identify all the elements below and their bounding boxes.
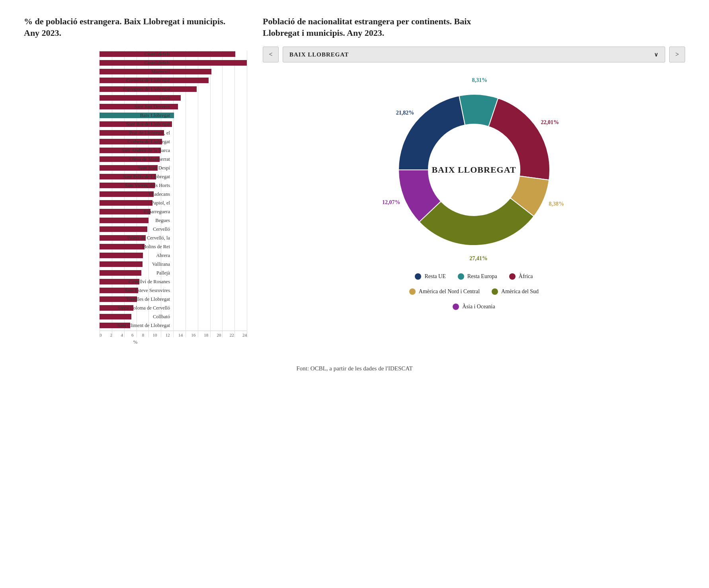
nav-dropdown-label: BAIX LLOBREGAT xyxy=(289,51,349,58)
left-chart-title: % de població estrangera. Baix Llobregat… xyxy=(24,16,231,39)
x-axis-tick: 12 xyxy=(166,333,170,337)
x-axis-tick: 2 xyxy=(110,333,113,337)
bar-row: Vallirana xyxy=(100,261,247,268)
bar-label: Palma de Cervelló, la xyxy=(100,235,173,241)
bar-row: Martorell xyxy=(100,68,247,75)
x-axis-tick: 10 xyxy=(153,333,157,337)
bar-row: Molins de Rei xyxy=(100,243,247,250)
legend-row-3: Àsia i Oceania xyxy=(263,304,685,310)
legend-dot xyxy=(458,273,464,280)
bar-label: Collbató xyxy=(100,314,173,320)
legend-row-1: Resta UEResta EuropaÀfrica xyxy=(263,273,685,280)
legend-label: Àfrica xyxy=(519,273,533,280)
bar-label: Cervelló xyxy=(100,226,173,232)
right-chart-title: Població de nacionalitat estrangera per … xyxy=(263,16,502,39)
bar-label: Sant Boi de Llobregat xyxy=(100,121,173,127)
footer: Font: OCBL, a partir de les dades de l'I… xyxy=(24,365,685,372)
bar-row: Castellví de Rosanes xyxy=(100,278,247,285)
pct-label-5: 12,07% xyxy=(382,199,400,205)
bar-label: Sant Just Desvern xyxy=(100,104,173,110)
left-panel: % de població estrangera. Baix Llobregat… xyxy=(24,16,247,345)
legend-item: Resta UE xyxy=(415,273,445,280)
legend-label: Àsia i Oceania xyxy=(462,304,495,310)
pct-label-0: 21,82% xyxy=(396,110,414,116)
x-axis-label: % xyxy=(24,339,247,345)
legend-dot xyxy=(492,288,498,295)
bar-label: Sant Joan Despí xyxy=(100,165,173,171)
legend-item: Àsia i Oceania xyxy=(453,304,495,310)
bar-label: Viladecans xyxy=(100,191,173,197)
bar-row: Viladecans xyxy=(100,191,247,198)
bar-label: Vallirana xyxy=(100,261,173,267)
x-axis-tick: 16 xyxy=(191,333,195,337)
bar-label: Esparreguera xyxy=(100,209,173,215)
bar-label: Begues xyxy=(100,218,173,224)
bar-row: Torrelles de Llobregat xyxy=(100,296,247,303)
nav-dropdown[interactable]: BAIX LLOBREGAT ∨ xyxy=(283,47,665,62)
bar-label: Molins de Rei xyxy=(100,244,173,250)
nav-bar: < BAIX LLOBREGAT ∨ > xyxy=(263,47,685,62)
bar-row: Castelldefels xyxy=(100,51,247,58)
bar-row: Pallejà xyxy=(100,269,247,276)
x-axis-tick: 4 xyxy=(121,333,123,337)
x-axis-tick: 8 xyxy=(142,333,145,337)
bar-row: Sant Just Desvern xyxy=(100,103,247,110)
legend-label: Resta Europa xyxy=(467,273,497,280)
bar-row: Sant Climent de Llobregat xyxy=(100,322,247,329)
bar-label: Castelldefels xyxy=(100,51,173,57)
bar-row: Santa Coloma de Cervelló xyxy=(100,304,247,312)
bar-label: Sant Esteve Sesrovires xyxy=(100,288,173,294)
bar-label: Olesa de Montserrat xyxy=(100,156,173,162)
bar-label: Sant Andreu de la Barca xyxy=(100,148,173,154)
bar-row: Cervelló xyxy=(100,226,247,233)
bar-row: Esplugues de Llobregat xyxy=(100,86,247,93)
donut-chart-svg: 21,82%8,31%22,01%8,38%27,41%12,07% xyxy=(379,74,570,265)
legend-dot xyxy=(409,288,416,295)
bar-chart: CastelldefelsCastelldefelsMartorellCorne… xyxy=(24,51,247,337)
x-axis-tick: 6 xyxy=(131,333,134,337)
x-axis: 024681012141618202224 xyxy=(100,331,247,337)
pct-label-2: 22,01% xyxy=(541,119,559,125)
bar-row: Papiol, el xyxy=(100,199,247,206)
bar-label: Castellví de Rosanes xyxy=(100,279,173,285)
main-container: % de població estrangera. Baix Llobregat… xyxy=(24,16,685,345)
bar-row: Collbató xyxy=(100,313,247,320)
bar-row: Gavà xyxy=(100,94,247,101)
bar-row: Sant Joan Despí xyxy=(100,164,247,171)
x-axis-tick: 18 xyxy=(204,333,208,337)
legend-label: Resta UE xyxy=(424,273,445,280)
bar-label: Corbera de Llobregat xyxy=(100,139,173,145)
legend-label: Amèrica del Nord i Central xyxy=(419,288,480,295)
footer-text: Font: OCBL, a partir de les dades de l'I… xyxy=(296,365,412,372)
x-axis-tick: 14 xyxy=(178,333,183,337)
right-panel: Població de nacionalitat estrangera per … xyxy=(263,16,685,310)
bar-label: Sant Climent de Llobregat xyxy=(100,323,173,329)
legend-row-2: Amèrica del Nord i CentralAmèrica del Su… xyxy=(263,288,685,295)
bar-row: Begues xyxy=(100,217,247,224)
grid-line xyxy=(247,51,247,337)
nav-prev-button[interactable]: < xyxy=(263,47,279,62)
pct-label-4: 27,41% xyxy=(469,255,488,261)
x-axis-tick: 24 xyxy=(242,333,247,337)
nav-next-button[interactable]: > xyxy=(669,47,685,62)
bar-row: Cornellà de Llobregat xyxy=(100,77,247,84)
bar-row: Esparreguera xyxy=(100,208,247,215)
legend-dot xyxy=(509,273,516,280)
bar-row: Sant Feliu de Llobregat xyxy=(100,173,247,180)
legend-item: Amèrica del Sud xyxy=(492,288,539,295)
bar-label: Martorell xyxy=(100,69,173,75)
bar-label: Prat de Llobregat, el xyxy=(100,130,173,136)
pct-label-1: 8,31% xyxy=(472,78,487,84)
bar-row: Sant Andreu de la Barca xyxy=(100,147,247,154)
donut-chart-container: 21,82%8,31%22,01%8,38%27,41%12,07% BAIX … xyxy=(379,74,570,265)
legend-dot xyxy=(415,273,421,280)
legend-item: Àfrica xyxy=(509,273,533,280)
bar-row: Abrera xyxy=(100,252,247,259)
bar-label: Sant Feliu de Llobregat xyxy=(100,174,173,180)
x-axis-ticks: 024681012141618202224 xyxy=(100,331,247,337)
bar-label: Santa Coloma de Cervelló xyxy=(100,305,173,311)
legend-label: Amèrica del Sud xyxy=(501,288,539,295)
x-axis-tick: 22 xyxy=(230,333,234,337)
donut-segment-2 xyxy=(488,98,550,180)
bar-label: Baix Llobregat xyxy=(100,113,173,119)
